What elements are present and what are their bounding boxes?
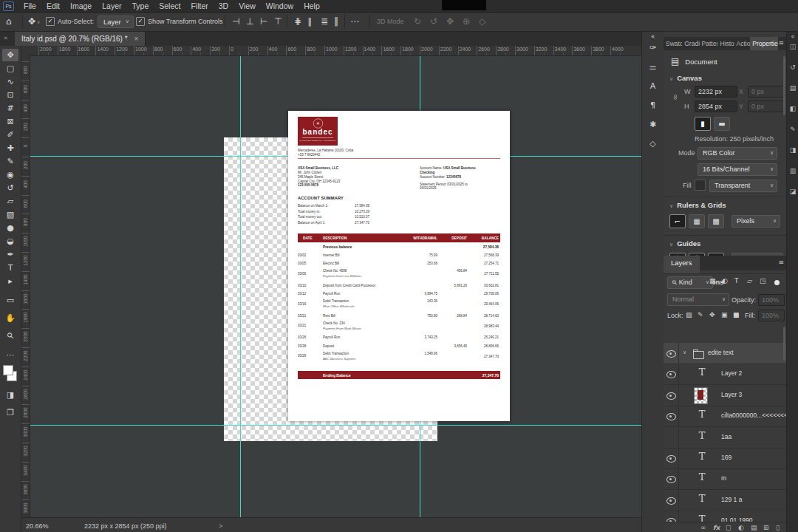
foreground-color-swatch[interactable] xyxy=(3,365,13,375)
panel-tab-histo[interactable]: Histo xyxy=(717,37,734,50)
eye-icon[interactable] xyxy=(666,497,676,505)
trash-layer-action-icon[interactable]: ▯ xyxy=(776,524,780,531)
tool-healing[interactable]: ✚ xyxy=(2,142,18,154)
layer-filter-toggle[interactable] xyxy=(774,280,780,285)
layer-row[interactable]: Tm xyxy=(664,468,787,490)
guides-section-header[interactable]: ∨Guides xyxy=(669,239,700,248)
vertical-ruler[interactable]: 8006004002000200400600800100012001400160… xyxy=(21,55,30,517)
tool-clone-stamp[interactable]: ◉ xyxy=(2,168,18,181)
canvas-height-field[interactable]: 2854 px xyxy=(695,100,737,112)
canvas-section-header[interactable]: ∨Canvas xyxy=(669,74,702,82)
auto-select-target-dropdown[interactable]: Layer ∨ xyxy=(98,16,134,28)
tool-frame[interactable]: ⊠ xyxy=(2,115,18,128)
lock-brush-icon[interactable]: ✎ xyxy=(698,311,703,318)
eye-icon[interactable] xyxy=(666,455,676,463)
edit-toolbar-button[interactable]: ⋯ xyxy=(2,349,18,361)
menu-item-window[interactable]: Window xyxy=(261,0,299,12)
menu-item-help[interactable]: Help xyxy=(299,0,325,12)
panel-tab-swatc[interactable]: Swatc xyxy=(664,37,682,50)
orientation-portrait-button[interactable]: ▮ xyxy=(695,117,711,131)
auto-select-checkbox[interactable]: ✓ xyxy=(46,17,55,26)
visibility-well[interactable] xyxy=(664,406,679,426)
filter-adjust-icon[interactable]: ◐ xyxy=(722,277,728,284)
3d-3d-4-icon[interactable]: ⊕ xyxy=(463,12,470,31)
chevron-down-icon[interactable]: ∨ xyxy=(37,19,40,24)
tool-pen[interactable]: ✒ xyxy=(2,248,18,261)
ruler-units-select[interactable]: Pixels∨ xyxy=(732,215,780,228)
layer-row[interactable]: Tcilta0000000...<<<<<<<0 d xyxy=(664,406,787,427)
dist-dist-1-icon[interactable]: ⋕ xyxy=(294,12,301,31)
panel-tab-patter[interactable]: Patter xyxy=(700,37,718,50)
lock-artboard-icon[interactable]: ▣ xyxy=(721,311,728,318)
menu-item-select[interactable]: Select xyxy=(154,0,185,12)
menu-item-view[interactable]: View xyxy=(233,0,261,12)
menu-item-filter[interactable]: Filter xyxy=(185,0,213,12)
tool-eraser[interactable]: ▱ xyxy=(2,195,18,208)
layer-row[interactable]: T169 xyxy=(664,448,787,469)
fill-select[interactable]: Transparent∨ xyxy=(709,180,777,192)
fx-layer-action-icon[interactable]: fx xyxy=(713,524,720,531)
panel-brush-icon[interactable]: ✑ xyxy=(647,43,659,52)
layer-row[interactable]: ∨edite text xyxy=(664,343,787,364)
tool-brush[interactable]: ✎ xyxy=(2,155,18,168)
move-tool-preset-icon[interactable]: ✥ xyxy=(28,16,35,27)
guide-vertical[interactable] xyxy=(240,55,241,517)
tool-eyedropper[interactable]: ✐ xyxy=(2,129,18,141)
canvas-width-field[interactable]: 2232 px xyxy=(695,86,737,98)
menu-item-layer[interactable]: Layer xyxy=(97,0,126,12)
link-layer-action-icon[interactable]: ∞ xyxy=(700,524,706,531)
tool-history-brush[interactable]: ↺ xyxy=(2,182,18,194)
layer-row[interactable]: T129 1 a xyxy=(664,490,787,511)
link-dimensions-icon[interactable]: ∞ xyxy=(672,94,680,100)
dock-7-icon[interactable]: ▥ xyxy=(788,167,797,174)
align-align-right-icon[interactable]: ⊢ xyxy=(260,12,267,31)
bit-depth-select[interactable]: 16 Bits/Channel∨ xyxy=(698,163,777,176)
menu-item-3d[interactable]: 3D xyxy=(214,0,233,12)
layer-row[interactable]: T1aa xyxy=(664,427,787,449)
expand-chevron-icon[interactable]: ∨ xyxy=(683,349,686,355)
toggle-rulers-button[interactable]: ⌐ xyxy=(669,214,686,228)
dock-5-icon[interactable]: ✎ xyxy=(788,126,797,133)
more-options-icon[interactable]: ⋯ xyxy=(350,16,359,27)
lock-move-icon[interactable]: ✥ xyxy=(709,311,715,318)
panel-adjust-icon[interactable]: ⚌ xyxy=(647,62,659,72)
close-tab-icon[interactable]: × xyxy=(134,35,139,43)
panel-tab-actio[interactable]: Actio xyxy=(734,37,751,50)
dock-1-icon[interactable]: ◫ xyxy=(788,43,797,50)
filter-smart-icon[interactable]: ◳ xyxy=(760,277,766,284)
tool-zoom[interactable]: ⚲ xyxy=(2,330,18,342)
visibility-well[interactable] xyxy=(664,427,679,448)
collapse-right-dock-icon[interactable]: « xyxy=(788,33,797,40)
mask-layer-action-icon[interactable]: ◻ xyxy=(726,524,731,531)
dist-dist-2-icon[interactable]: ∥ xyxy=(307,12,312,31)
tool-gradient[interactable]: ▧ xyxy=(2,208,18,221)
filter-pixel-icon[interactable]: ▦ xyxy=(709,277,716,284)
panel-para-icon[interactable]: ¶ xyxy=(647,100,659,110)
visibility-well[interactable] xyxy=(664,385,679,406)
menu-item-type[interactable]: Type xyxy=(126,0,154,12)
group-layer-action-icon[interactable]: ▤ xyxy=(751,524,757,531)
toggle-grid-button[interactable]: ▦ xyxy=(689,214,705,228)
tool-marquee[interactable]: ▢ xyxy=(2,62,18,75)
panel-lib-icon[interactable]: ◇ xyxy=(647,139,659,149)
visibility-well[interactable] xyxy=(664,343,679,364)
zoom-level[interactable]: 20.66% xyxy=(26,522,49,530)
eye-icon[interactable] xyxy=(666,371,676,378)
color-mode-select[interactable]: RGB Color∨ xyxy=(698,147,777,160)
dock-3-icon[interactable]: ▤ xyxy=(788,84,797,92)
document-tab[interactable]: Italy id.psd @ 20.7% (RGB/16) * × xyxy=(15,31,146,46)
dock-2-icon[interactable]: ↺ xyxy=(788,64,797,71)
lock-all-icon[interactable]: ■ xyxy=(733,311,740,318)
visibility-well[interactable] xyxy=(664,448,679,468)
adjust-layer-action-icon[interactable]: ◐ xyxy=(738,524,744,531)
tool-hand[interactable]: ✋ xyxy=(2,312,18,324)
rulers-grids-section-header[interactable]: ∨Rulers & Grids xyxy=(669,201,726,209)
canvas-area[interactable]: ✳ bandec BANCO DE CREDITO Y COMERCIO Mer… xyxy=(30,55,641,517)
new-layer-action-icon[interactable]: ⊞ xyxy=(763,524,769,531)
menu-item-image[interactable]: Image xyxy=(65,0,97,12)
quick-mask-button[interactable]: ◨ xyxy=(2,389,18,401)
lock-transparent-icon[interactable]: ▨ xyxy=(686,311,692,318)
dock-6-icon[interactable]: ◨ xyxy=(788,146,797,154)
panel-tab-properties[interactable]: Properties xyxy=(750,37,778,50)
3d-3d-3-icon[interactable]: ✥ xyxy=(446,12,454,31)
